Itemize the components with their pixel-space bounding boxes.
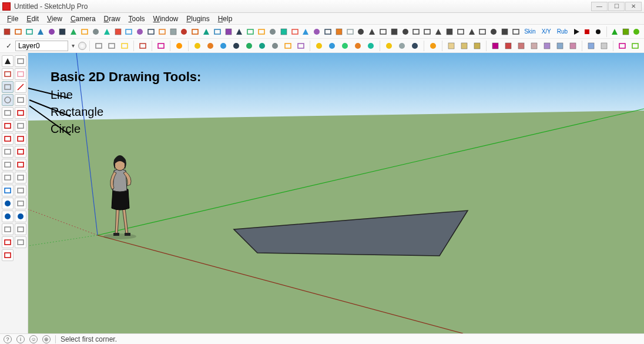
toolbtn-monochrome[interactable] <box>500 26 510 38</box>
tool-polygon[interactable] <box>2 107 14 119</box>
toolbtn-next-view[interactable] <box>356 26 366 38</box>
toolbtn-section[interactable] <box>279 26 289 38</box>
toolbtn-rotate[interactable] <box>190 26 200 38</box>
toolbtn-cone[interactable] <box>629 40 641 52</box>
tool-arc[interactable] <box>15 94 26 106</box>
toolbtn-star[interactable] <box>282 40 294 52</box>
tool-3dtext[interactable] <box>15 185 26 196</box>
menu-help[interactable]: Help <box>214 14 236 24</box>
geo-icon[interactable]: ⊕ <box>42 335 51 343</box>
help-icon[interactable]: ? <box>4 335 12 343</box>
toolbtn-make-component[interactable] <box>93 40 105 52</box>
tool-freehand[interactable] <box>15 107 26 119</box>
toolbtn-box3[interactable] <box>471 40 483 52</box>
toolbtn-undo[interactable] <box>69 26 79 38</box>
tool-position-cam[interactable] <box>15 223 26 235</box>
toolbtn-diamond[interactable] <box>295 40 307 52</box>
toolbtn-left[interactable] <box>422 26 432 38</box>
tool-rectangle[interactable] <box>2 81 14 93</box>
toolbtn-rectangle[interactable] <box>135 26 145 38</box>
tool-eraser[interactable] <box>15 68 26 80</box>
menu-file[interactable]: File <box>4 14 22 24</box>
menu-tools[interactable]: Tools <box>125 14 149 24</box>
viewport[interactable]: Basic 2D Drawing Tools: Line Rectangle C… <box>28 53 644 333</box>
tool-move[interactable] <box>2 120 14 132</box>
toolbtn-ball4[interactable] <box>352 40 364 52</box>
toolbtn-wireframe[interactable] <box>455 26 465 38</box>
toolbtn-zoom-window[interactable] <box>334 26 344 38</box>
tool-followme[interactable] <box>15 133 26 145</box>
toolbtn-orbit[interactable] <box>290 26 300 38</box>
toolbtn-zoom[interactable] <box>312 26 322 38</box>
toolbtn-sphere-dg[interactable] <box>256 40 268 52</box>
toolbtn-circle[interactable] <box>146 26 156 38</box>
toolbtn-entity-info[interactable] <box>119 40 130 52</box>
tool-line[interactable] <box>15 81 26 93</box>
toolbtn-tape[interactable] <box>223 26 233 38</box>
toolbtn-box1[interactable] <box>445 40 457 52</box>
close-button[interactable]: ✕ <box>625 2 642 11</box>
toolbtn-arc[interactable] <box>113 26 123 38</box>
toolbtn-xy[interactable]: X/Y <box>539 26 554 38</box>
toolbtn-axes[interactable] <box>268 26 278 38</box>
toolbtn-copy[interactable] <box>46 26 56 38</box>
toolbtn-play[interactable] <box>571 26 581 38</box>
toolbtn-skin[interactable]: Skin <box>522 26 538 38</box>
toolbtn-layer3[interactable] <box>515 40 527 52</box>
tool-select[interactable] <box>2 55 14 67</box>
toolbtn-shadows[interactable] <box>434 26 444 38</box>
tool-text[interactable] <box>15 172 26 183</box>
toolbtn-zoom-extents[interactable] <box>323 26 333 38</box>
toolbtn-sun[interactable] <box>173 40 185 52</box>
toolbtn-model-info[interactable] <box>102 26 112 38</box>
toolbtn-shaded[interactable] <box>478 26 488 38</box>
toolbtn-ball5[interactable] <box>365 40 377 52</box>
tool-rotate[interactable] <box>2 133 14 145</box>
tool-dimension[interactable] <box>15 159 26 171</box>
toolbtn-save[interactable] <box>25 26 35 38</box>
toolbtn-shaded-textures[interactable] <box>489 26 499 38</box>
toolbtn-redo[interactable] <box>80 26 90 38</box>
toolbtn-stop[interactable] <box>582 26 592 38</box>
tool-pushpull[interactable] <box>15 120 26 132</box>
toolbtn-layer7[interactable] <box>567 40 579 52</box>
tool-paint[interactable] <box>2 68 14 80</box>
tool-axes[interactable] <box>2 185 14 196</box>
toolbtn-person[interactable] <box>616 40 628 52</box>
toolbtn-layer1[interactable] <box>489 40 501 52</box>
toolbtn-ball3[interactable] <box>339 40 351 52</box>
toolbtn-panel2[interactable] <box>598 40 610 52</box>
toolbtn-sandbox2[interactable] <box>620 26 630 38</box>
toolbtn-polygon[interactable] <box>157 26 167 38</box>
toolbtn-protractor[interactable] <box>234 26 244 38</box>
toolbtn-styles[interactable] <box>511 26 521 38</box>
toolbtn-freehand[interactable] <box>124 26 134 38</box>
tool-orbit[interactable] <box>2 198 14 209</box>
layer-name-input[interactable] <box>15 41 68 51</box>
toolbtn-print[interactable] <box>91 26 101 38</box>
toolbtn-sandbox3[interactable] <box>632 26 642 38</box>
toolbtn-scale[interactable] <box>202 26 212 38</box>
toolbtn-layer5[interactable] <box>541 40 553 52</box>
toolbtn-offset[interactable] <box>212 26 222 38</box>
tool-protractor[interactable] <box>2 172 14 183</box>
toolbtn-front[interactable] <box>389 26 399 38</box>
tool-pan[interactable] <box>15 198 26 209</box>
layer-dropdown-icon[interactable]: ▾ <box>72 42 75 49</box>
menu-edit[interactable]: Edit <box>23 14 42 24</box>
toolbtn-sphere-b[interactable] <box>217 40 229 52</box>
toolbtn-iso[interactable] <box>367 26 377 38</box>
toolbtn-pan[interactable] <box>301 26 311 38</box>
menu-window[interactable]: Window <box>150 14 182 24</box>
toolbtn-top[interactable] <box>378 26 388 38</box>
toolbtn-rec[interactable] <box>593 26 603 38</box>
toolbtn-sphere-g[interactable] <box>243 40 255 52</box>
tool-zoom-ext[interactable] <box>15 211 26 222</box>
toolbtn-open[interactable] <box>14 26 24 38</box>
toolbtn-xray[interactable] <box>445 26 455 38</box>
menu-draw[interactable]: Draw <box>100 14 124 24</box>
toolbtn-orange-dot[interactable] <box>427 40 439 52</box>
toolbtn-right[interactable] <box>400 26 410 38</box>
toolbtn-paint[interactable] <box>137 40 149 52</box>
toolbtn-paste[interactable] <box>58 26 68 38</box>
